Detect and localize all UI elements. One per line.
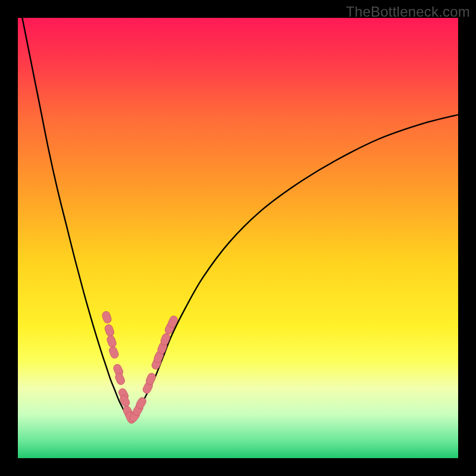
gradient-background	[18, 18, 458, 458]
watermark-text: TheBottleneck.com	[346, 4, 470, 20]
plot-area	[18, 18, 458, 458]
chart-frame: TheBottleneck.com	[0, 0, 476, 476]
chart-svg	[18, 18, 458, 458]
